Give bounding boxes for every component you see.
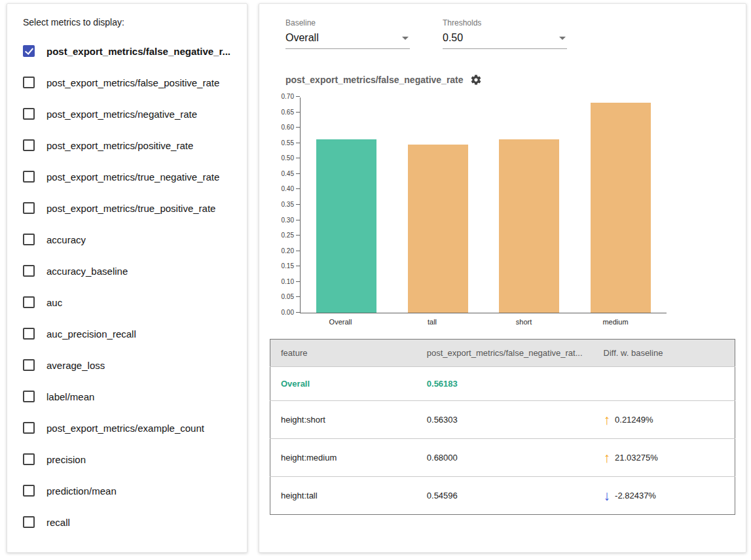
metric-checkbox-item[interactable]: label/mean [23,381,231,412]
table-header-cell: feature [270,340,416,367]
baseline-select-value[interactable]: Overall [285,31,410,49]
metric-label: post_export_metrics/positive_rate [46,140,193,151]
bar-short[interactable] [499,139,559,313]
metric-checkbox-item[interactable]: accuracy_baseline [23,255,231,287]
metric-label: post_export_metrics/true_negative_rate [46,171,219,183]
y-axis-tick-label: 0.40 [282,186,294,192]
table-row: height:short0.56303↑0.21249% [270,401,735,439]
chart-plot-area [300,97,667,313]
metric-checkbox-item[interactable]: recall [23,506,231,538]
thresholds-select-value[interactable]: 0.50 [443,31,567,49]
metric-label: post_export_metrics/negative_rate [46,109,197,120]
table-row: height:medium0.68000↑21.03275% [270,439,735,477]
metric-checkbox-item[interactable]: prediction/mean [23,475,231,506]
y-axis-tick-label: 0.15 [282,263,294,270]
metric-label: accuracy_baseline [46,266,128,277]
table-row: Overall0.56183 [270,367,735,401]
metric-checkbox-item[interactable]: accuracy [23,224,231,255]
metric-value-cell: 0.56303 [416,401,593,439]
metrics-panel-title: Select metrics to display: [23,17,231,27]
diff-cell: ↑0.21249% [593,401,735,439]
metrics-table: featurepost_export_metrics/false_negativ… [270,339,735,515]
feature-cell: height:short [270,401,416,439]
chart-y-axis: 0.000.050.100.150.200.250.300.350.400.45… [275,97,300,313]
bar-slot [301,139,392,313]
diff-percent-text: 0.21249% [615,415,653,425]
metric-checkbox-item[interactable]: post_export_metrics/example_count [23,412,231,444]
checkbox-unchecked-icon[interactable] [23,516,35,528]
checkbox-unchecked-icon[interactable] [23,359,35,371]
y-axis-tick-label: 0.30 [282,217,294,224]
metric-checkbox-item[interactable]: post_export_metrics/false_negative_r... [23,35,231,67]
settings-gear-icon[interactable] [470,74,482,86]
metric-label: average_loss [46,360,105,371]
metric-checkbox-item[interactable]: precision [23,444,231,475]
metric-value-cell: 0.54596 [416,477,593,515]
dropdown-arrow-icon [559,37,566,40]
checkbox-unchecked-icon[interactable] [23,77,35,88]
table-row: height:tall0.54596↓-2.82437% [270,477,735,515]
y-axis-tick-label: 0.45 [282,171,294,177]
baseline-select-label: Baseline [285,18,410,27]
y-axis-tick-label: 0.70 [282,94,294,100]
checkbox-unchecked-icon[interactable] [23,265,35,277]
page: Select metrics to display: post_export_m… [0,0,751,560]
metric-checkbox-item[interactable]: post_export_metrics/true_positive_rate [23,192,231,224]
metric-label: label/mean [46,391,94,402]
metric-checkbox-item[interactable]: auc_precision_recall [23,318,231,349]
metric-value-cell: 0.56183 [416,367,593,401]
x-axis-tick-label: medium [570,313,661,326]
metric-label: auc [46,297,62,308]
baseline-selected-option: Overall [285,32,319,44]
thresholds-select[interactable]: Thresholds 0.50 [443,18,567,49]
checkbox-unchecked-icon[interactable] [23,391,35,402]
y-axis-tick-label: 0.00 [282,309,294,316]
metric-checkbox-item[interactable]: post_export_metrics/negative_rate [23,98,231,130]
checkbox-unchecked-icon[interactable] [23,328,35,340]
controls-row: Baseline Overall Thresholds 0.50 [285,18,735,49]
y-axis-tick-label: 0.25 [282,232,294,239]
metric-value-cell: 0.68000 [416,439,593,477]
checkbox-unchecked-icon[interactable] [23,453,35,465]
metric-checkbox-item[interactable]: auc [23,287,231,318]
chart-title: post_export_metrics/false_negative_rate [285,75,464,85]
diff-cell: ↑21.03275% [593,439,735,477]
bar-tall[interactable] [408,145,468,313]
checkbox-unchecked-icon[interactable] [23,202,35,214]
metric-label: accuracy [46,234,86,245]
chart-x-axis-labels: Overalltallshortmedium [295,313,661,326]
metric-label: post_export_metrics/false_positive_rate [46,77,219,88]
results-panel: Baseline Overall Thresholds 0.50 post_ex… [259,3,746,553]
checkbox-checked-icon[interactable] [23,45,35,57]
thresholds-select-label: Thresholds [443,18,567,27]
up-arrow-icon: ↑ [604,451,611,464]
checkbox-unchecked-icon[interactable] [23,171,35,183]
baseline-select[interactable]: Baseline Overall [285,18,410,49]
chart-header: post_export_metrics/false_negative_rate [285,74,735,86]
metric-checkbox-item[interactable]: post_export_metrics/positive_rate [23,130,231,161]
checkbox-unchecked-icon[interactable] [23,108,35,120]
metric-label: post_export_metrics/example_count [46,423,204,434]
checkbox-unchecked-icon[interactable] [23,422,35,434]
checkbox-unchecked-icon[interactable] [23,485,35,497]
metric-label: prediction/mean [46,485,117,497]
y-axis-tick-label: 0.05 [282,294,294,300]
diff-percent-text: -2.82437% [615,491,656,500]
bar-medium[interactable] [591,103,651,313]
table-header-row: featurepost_export_metrics/false_negativ… [270,340,735,367]
checkbox-unchecked-icon[interactable] [23,139,35,151]
metric-label: post_export_metrics/false_negative_r... [46,46,230,57]
bar-Overall[interactable] [316,139,376,313]
diff-percent-text: 21.03275% [615,453,658,463]
checkbox-unchecked-icon[interactable] [23,234,35,245]
diff-cell [593,367,735,401]
checkbox-unchecked-icon[interactable] [23,296,35,308]
metric-checkbox-item[interactable]: average_loss [23,349,231,381]
metric-label: auc_precision_recall [46,328,136,340]
metric-checkbox-item[interactable]: post_export_metrics/false_positive_rate [23,67,231,98]
dropdown-arrow-icon [402,37,409,40]
metric-checkbox-item[interactable]: post_export_metrics/true_negative_rate [23,161,231,192]
diff-cell: ↓-2.82437% [593,477,735,515]
bar-chart: 0.000.050.100.150.200.250.300.350.400.45… [275,97,735,313]
bar-slot [484,139,576,313]
